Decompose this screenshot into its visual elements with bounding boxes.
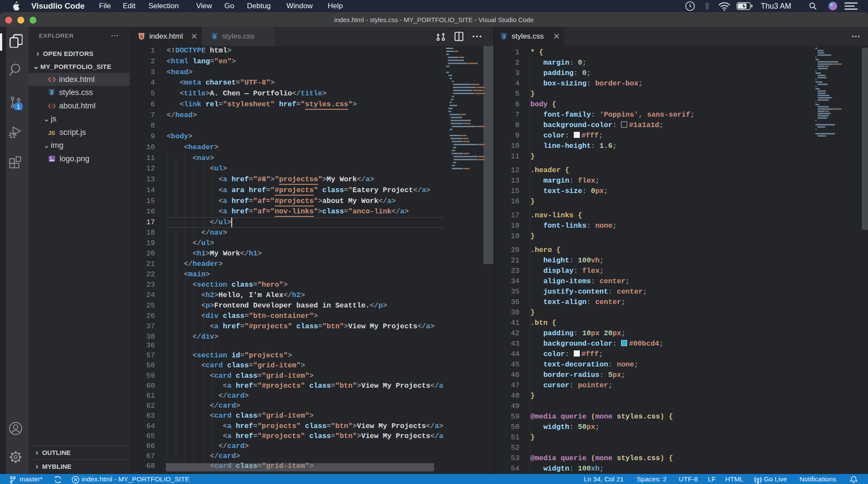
svg-text:3: 3	[213, 34, 216, 39]
svg-text:3: 3	[50, 89, 53, 95]
svg-text:3: 3	[503, 34, 505, 39]
svg-text:5: 5	[140, 34, 143, 39]
svg-text:1: 1	[17, 103, 20, 110]
